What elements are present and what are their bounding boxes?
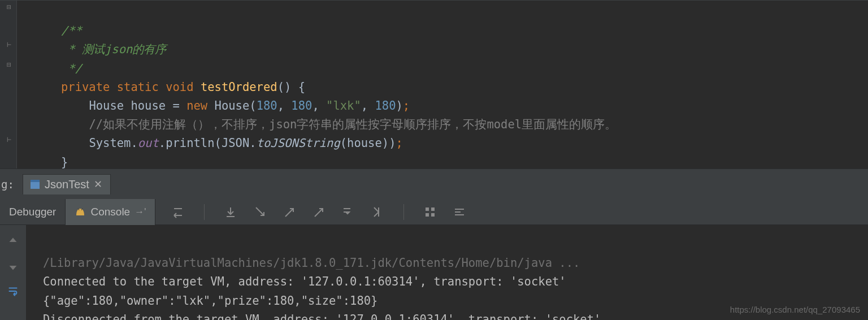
code-editor[interactable]: ⊟ ⊢ ⊟ ⊢ /** * 测试json的有序 */ private stati… [0, 0, 868, 168]
static-method: toJSONString [257, 136, 340, 150]
grid-button[interactable] [423, 205, 437, 219]
code-text: = [166, 99, 186, 113]
wrap-lines-button[interactable] [7, 285, 19, 297]
debug-tool-tabs: Debugger Console →' [0, 199, 868, 225]
run-label: g: [0, 178, 23, 191]
svg-rect-3 [431, 207, 435, 211]
watermark: https://blog.csdn.net/qq_27093465 [730, 305, 860, 314]
tab-label: Console [90, 206, 130, 218]
doc-comment: * 测试json的有序 [61, 42, 166, 56]
constructor: House [215, 99, 250, 113]
keyword: static [117, 80, 159, 94]
variable: house [347, 136, 382, 150]
run-configuration-tab[interactable]: JsonTest ✕ [23, 174, 111, 194]
field-out: out [138, 136, 159, 150]
method-call: println [166, 136, 214, 150]
console-line: Disconnected from the target VM, address… [43, 313, 601, 320]
app-icon [30, 179, 40, 189]
console-line: {"age":180,"owner":"lxk","prize":180,"si… [43, 294, 377, 308]
tab-debugger[interactable]: Debugger [0, 199, 66, 225]
scroll-to-end-button[interactable] [224, 205, 237, 219]
console-toolbar [155, 204, 466, 220]
variable: house [131, 99, 166, 113]
fold-end-icon: ⊢ [6, 41, 12, 48]
code-area[interactable]: /** * 测试json的有序 */ private static void t… [17, 1, 617, 168]
separator [403, 204, 404, 220]
string: "lxk" [326, 99, 361, 113]
method-name: testOrdered [201, 80, 277, 94]
number: 180 [291, 99, 312, 113]
type: House [89, 99, 124, 113]
number: 180 [257, 99, 277, 113]
export-button[interactable] [312, 205, 326, 219]
soft-wrap-button[interactable] [341, 205, 355, 219]
svg-rect-5 [431, 213, 435, 217]
scroll-to-source-button[interactable] [371, 205, 384, 219]
redirect-indicator: →' [134, 206, 146, 218]
console-line: /Library/Java/JavaVirtualMachines/jdk1.8… [43, 256, 580, 270]
fold-toggle-icon[interactable]: ⊟ [6, 4, 12, 11]
fold-end-icon: ⊢ [6, 136, 12, 143]
fold-toggle-icon[interactable]: ⊟ [6, 62, 12, 68]
brace-close: } [61, 155, 68, 169]
keyword: void [166, 80, 193, 94]
svg-rect-4 [426, 213, 429, 217]
run-tab-label: JsonTest [45, 178, 89, 191]
keyword: private [61, 80, 110, 94]
semicolon: ; [403, 99, 410, 113]
line-comment: //如果不使用注解（），不排序，json字符串的属性按字母顺序排序，不按mode… [89, 118, 617, 131]
editor-gutter: ⊟ ⊢ ⊟ ⊢ [0, 1, 17, 168]
class-ref: JSON [222, 136, 249, 150]
console-line: Connected to the target VM, address: '12… [43, 275, 566, 288]
tomcat-icon [75, 206, 86, 218]
close-icon[interactable]: ✕ [94, 178, 102, 191]
doc-comment: */ [61, 62, 82, 75]
step-over-button[interactable] [171, 205, 185, 219]
keyword: new [186, 99, 207, 113]
tab-label: Debugger [9, 206, 56, 218]
class-ref: System [89, 136, 131, 150]
svg-rect-2 [426, 207, 429, 211]
separator [204, 204, 205, 220]
doc-comment: /** [61, 24, 82, 37]
step-into-button[interactable] [253, 205, 267, 219]
paren: ( [249, 99, 256, 113]
number: 180 [375, 99, 396, 113]
up-arrow-button[interactable] [7, 235, 19, 248]
step-out-button[interactable] [283, 205, 296, 219]
console-output[interactable]: /Library/Java/JavaVirtualMachines/jdk1.8… [26, 225, 601, 320]
tab-console[interactable]: Console →' [66, 199, 155, 225]
run-tool-window-tabs: g: JsonTest ✕ [0, 168, 868, 199]
console-side-toolbar [0, 225, 26, 320]
down-arrow-button[interactable] [7, 260, 19, 273]
svg-rect-1 [31, 180, 40, 182]
settings-button[interactable] [453, 205, 466, 219]
code-text: () { [277, 80, 305, 94]
